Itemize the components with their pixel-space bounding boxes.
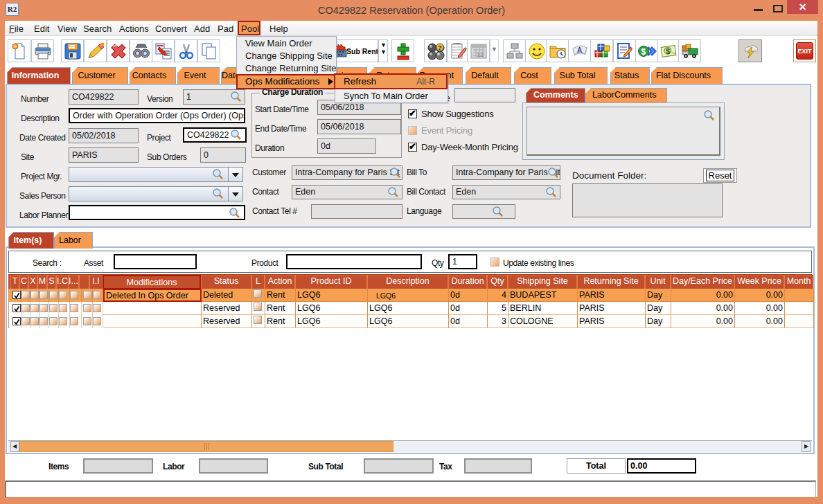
svg-text:$: $ bbox=[666, 47, 670, 55]
svg-text:Sub Rent: Sub Rent bbox=[346, 47, 378, 55]
svg-text:?: ? bbox=[438, 44, 442, 51]
svg-text:$: $ bbox=[641, 47, 646, 57]
svg-text:12: 12 bbox=[477, 51, 484, 58]
svg-text:A: A bbox=[577, 46, 582, 54]
